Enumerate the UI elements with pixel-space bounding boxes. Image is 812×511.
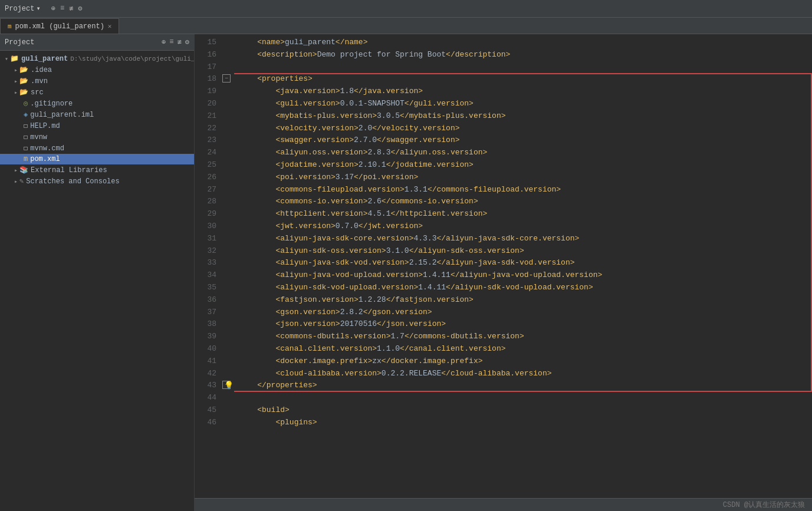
dropdown-arrow: ▾ <box>36 4 40 13</box>
tab-pom-xml[interactable]: m pom.xml (guli_parent) ✕ <box>0 18 119 34</box>
line-number: 29 <box>195 208 216 220</box>
sidebar-item-mvnw[interactable]: ◻ mvnw <box>0 131 194 143</box>
code-line: <description>Demo project for Spring Boo… <box>239 49 812 61</box>
sidebar-item-label-helpmd: HELP.md <box>30 122 60 130</box>
sidebar-item-gitignore[interactable]: ◎ .gitignore <box>0 98 194 109</box>
icon-list[interactable]: ≡ <box>60 4 64 13</box>
project-menu[interactable]: Project ▾ <box>5 4 41 13</box>
code-line: <commons-dbutils.version>1.7</commons-db… <box>239 331 812 343</box>
sidebar-item-label-mvn: .mvn <box>31 77 48 85</box>
line-number: 42 <box>195 368 216 380</box>
line-number: 23 <box>195 134 216 147</box>
sidebar-item-guli-parent[interactable]: ▾ 📁 guli_parent D:\study\java\code\proje… <box>0 53 194 64</box>
line-number: 17 <box>195 61 216 74</box>
sidebar-item-label-iml: guli_parent.iml <box>30 111 94 119</box>
sidebar-item-label: guli_parent <box>21 55 68 63</box>
expand-arrow-src: ▸ <box>14 89 18 96</box>
mvnwcmd-icon: ◻ <box>24 144 28 153</box>
sidebar-item-scratches[interactable]: ▸ ✎ Scratches and Consoles <box>0 176 194 187</box>
sidebar-item-path: D:\study\java\code\project\guli_parent <box>70 55 195 62</box>
scratch-icon: ✎ <box>19 177 24 186</box>
fold-start-icon[interactable]: − <box>222 74 231 83</box>
code-line: <json.version>20170516</json.version> <box>239 318 812 331</box>
line-number: 25 <box>195 159 216 172</box>
watermark-text: CSDN @认真生活的灰太狼 <box>723 500 805 510</box>
code-line: <plugins> <box>239 417 812 429</box>
sidebar-item-extlibs[interactable]: ▸ 📚 External Libraries <box>0 164 194 176</box>
line-number: 34 <box>195 269 216 282</box>
sidebar-icon-add[interactable]: ⊕ <box>162 38 166 47</box>
code-line: <docker.image.prefix>zx</docker.image.pr… <box>239 355 812 368</box>
icon-list2[interactable]: ≢ <box>69 4 73 13</box>
code-panel[interactable]: <name>guli_parent</name> <description>De… <box>234 34 812 498</box>
icon-settings[interactable]: ⚙ <box>78 4 82 13</box>
code-line: <aliyun-sdk-oss.version>3.1.0</aliyun-sd… <box>239 245 812 258</box>
sidebar-item-helpmd[interactable]: ◻ HELP.md <box>0 120 194 131</box>
src-folder-icon: 📂 <box>19 88 28 97</box>
line-number: 22 <box>195 123 216 135</box>
sidebar-header: Project ⊕ ≡ ≢ ⚙ <box>0 34 194 51</box>
line-number: 45 <box>195 404 216 417</box>
expand-arrow-extlibs: ▸ <box>14 167 18 174</box>
sidebar-item-src[interactable]: ▸ 📂 src <box>0 87 194 98</box>
tab-bar: m pom.xml (guli_parent) ✕ <box>0 18 812 34</box>
line-number: 35 <box>195 282 216 294</box>
line-numbers: 1516171819202122232425262728293031323334… <box>195 34 221 498</box>
iml-icon: ◈ <box>24 110 28 119</box>
editor-content: 1516171819202122232425262728293031323334… <box>195 34 812 498</box>
icon-add[interactable]: ⊕ <box>51 4 55 13</box>
code-line: </properties> <box>239 380 812 392</box>
bulb-icon[interactable]: 💡 <box>224 381 234 390</box>
extlib-icon: 📚 <box>19 166 28 174</box>
main-area: Project ⊕ ≡ ≢ ⚙ ▾ 📁 guli_parent D:\study… <box>0 34 812 511</box>
sidebar: Project ⊕ ≡ ≢ ⚙ ▾ 📁 guli_parent D:\study… <box>0 34 195 511</box>
tab-close-button[interactable]: ✕ <box>108 22 112 30</box>
expand-arrow-scratches: ▸ <box>14 178 18 185</box>
expand-arrow-idea: ▸ <box>14 67 18 74</box>
line-number: 20 <box>195 98 216 110</box>
code-line: <canal.client.version>1.1.0</canal.clien… <box>239 343 812 355</box>
sidebar-icon-list2[interactable]: ≢ <box>177 38 182 47</box>
folder-icon: 📁 <box>10 54 19 63</box>
line-number: 46 <box>195 417 216 429</box>
line-number: 41 <box>195 355 216 368</box>
project-label: Project <box>5 5 34 13</box>
line-number: 28 <box>195 196 216 208</box>
line-number: 40 <box>195 343 216 355</box>
line-number: 31 <box>195 233 216 245</box>
code-line: <guli.version>0.0.1-SNAPSHOT</guli.versi… <box>239 98 812 110</box>
tab-file-icon: m <box>8 23 12 30</box>
code-line: <jodatime.version>2.10.1</jodatime.versi… <box>239 159 812 172</box>
line-number: 16 <box>195 49 216 61</box>
sidebar-item-pomxml[interactable]: m pom.xml <box>0 154 194 164</box>
line-number: 15 <box>195 37 216 49</box>
title-bar-icons: ⊕ ≡ ≢ ⚙ <box>51 4 83 13</box>
line-number: 32 <box>195 245 216 258</box>
code-line <box>239 61 812 74</box>
editor-area: 1516171819202122232425262728293031323334… <box>195 34 812 511</box>
expand-arrow: ▾ <box>5 55 8 62</box>
code-line: <swagger.version>2.7.0</swagger.version> <box>239 134 812 147</box>
line-number: 21 <box>195 110 216 123</box>
sidebar-item-label-extlibs: External Libraries <box>31 166 107 174</box>
sidebar-item-idea[interactable]: ▸ 📂 .idea <box>0 64 194 75</box>
sidebar-icon-settings[interactable]: ⚙ <box>185 38 189 47</box>
sidebar-item-mvnwcmd[interactable]: ◻ mvnw.cmd <box>0 143 194 154</box>
code-line: <aliyun-sdk-vod-upload.version>1.4.11</a… <box>239 282 812 294</box>
gitignore-icon: ◎ <box>24 99 28 108</box>
line-number: 27 <box>195 184 216 196</box>
code-line: <java.version>1.8</java.version> <box>239 85 812 98</box>
title-bar: Project ▾ ⊕ ≡ ≢ ⚙ <box>0 0 812 18</box>
md-icon: ◻ <box>24 121 28 130</box>
sidebar-icon-list[interactable]: ≡ <box>169 38 173 47</box>
idea-folder-icon: 📂 <box>19 65 28 74</box>
code-line <box>239 392 812 404</box>
sidebar-header-left: Project <box>5 38 34 47</box>
sidebar-item-iml[interactable]: ◈ guli_parent.iml <box>0 109 194 120</box>
line-number: 30 <box>195 220 216 233</box>
line-number: 38 <box>195 318 216 331</box>
line-number: 33 <box>195 257 216 269</box>
sidebar-item-label-mvnw: mvnw <box>30 133 47 141</box>
line-number: 43 <box>195 380 216 392</box>
sidebar-item-mvn[interactable]: ▸ 📂 .mvn <box>0 75 194 87</box>
